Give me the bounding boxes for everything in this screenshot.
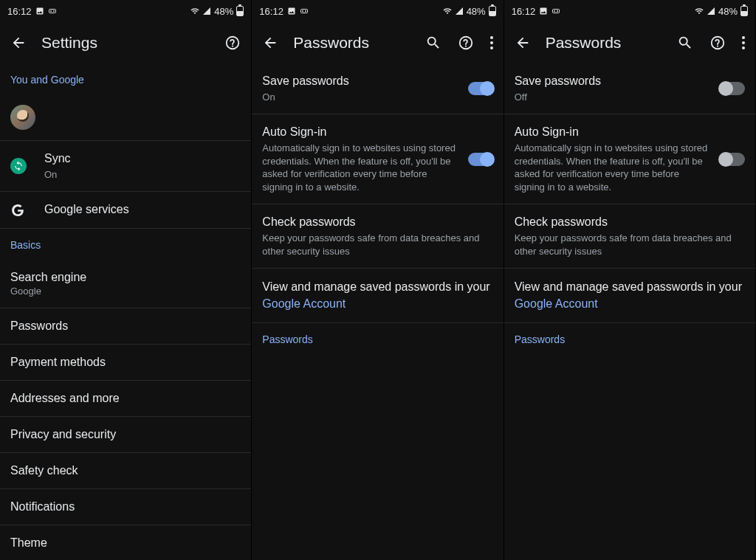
header: Settings [0,22,251,63]
save-passwords-toggle[interactable] [720,82,745,95]
image-icon [287,7,296,15]
check-passwords-row[interactable]: Check passwords Keep your passwords safe… [252,204,503,269]
wifi-icon [695,7,704,15]
save-passwords-row[interactable]: Save passwords Off [504,63,755,114]
auto-signin-title: Auto Sign-in [262,125,456,140]
svg-point-4 [302,10,303,12]
search-engine-title: Search engine [10,271,241,284]
settings-content: You and Google Sync On Google services B… [0,63,251,560]
save-passwords-value: Off [515,91,708,104]
help-icon[interactable] [709,35,726,51]
check-passwords-row[interactable]: Check passwords Keep your passwords safe… [504,204,755,269]
svg-point-7 [554,10,555,12]
auto-signin-desc: Automatically sign in to websites using … [515,142,708,193]
signal-icon [707,7,715,15]
help-icon[interactable] [458,35,474,51]
settings-panel: 16:12 48% Settings You and Google [0,0,252,560]
back-icon[interactable] [515,35,531,51]
manage-passwords-block[interactable]: View and manage saved passwords in your … [504,269,755,323]
header: Passwords [504,22,755,63]
page-title: Passwords [546,34,662,52]
svg-point-2 [53,10,55,12]
account-row[interactable] [0,94,251,141]
save-passwords-title: Save passwords [262,74,456,89]
status-time: 16:12 [7,6,32,17]
svg-rect-3 [300,10,307,13]
svg-point-1 [50,10,52,12]
sync-title: Sync [44,151,241,167]
signal-icon [455,7,464,15]
battery-percent: 48% [214,6,233,17]
save-passwords-value: On [262,91,456,104]
more-icon[interactable] [490,36,493,49]
google-account-link[interactable]: Google Account [515,297,598,310]
save-passwords-toggle[interactable] [468,82,493,95]
image-icon [35,7,44,15]
passwords-section-label: Passwords [252,323,503,356]
search-engine-row[interactable]: Search engine Google [0,260,251,308]
svg-rect-6 [553,10,560,13]
battery-percent: 48% [467,6,486,17]
passwords-panel-on: 16:12 48% Passwords Save passwords On [252,0,504,560]
auto-signin-title: Auto Sign-in [515,125,708,140]
signal-icon [202,7,211,15]
google-account-link[interactable]: Google Account [262,297,346,310]
search-icon[interactable] [677,35,693,51]
status-bar: 16:12 48% [0,0,251,22]
auto-signin-row[interactable]: Auto Sign-in Automatically sign in to we… [252,114,503,204]
manage-passwords-block[interactable]: View and manage saved passwords in your … [252,269,503,323]
section-basics: Basics [0,229,251,260]
passwords-panel-off: 16:12 48% Passwords Save passwords Off [504,0,756,560]
status-time: 16:12 [512,6,536,17]
image-icon [539,7,548,15]
auto-signin-row[interactable]: Auto Sign-in Automatically sign in to we… [504,114,755,204]
status-bar: 16:12 48% [252,0,503,22]
passwords-section-label: Passwords [504,323,755,356]
check-passwords-desc: Keep your passwords safe from data breac… [262,232,492,257]
wifi-icon [443,7,452,15]
auto-signin-toggle[interactable] [720,153,745,166]
voicemail-icon [300,7,309,15]
payment-row[interactable]: Payment methods [0,345,251,381]
page-title: Settings [41,34,210,52]
auto-signin-toggle[interactable] [468,153,493,166]
manage-text: View and manage saved passwords in your [515,280,742,293]
manage-text: View and manage saved passwords in your [262,280,489,293]
header: Passwords [252,22,503,63]
status-time: 16:12 [259,6,284,17]
help-icon[interactable] [224,35,241,51]
sync-icon [10,158,27,174]
passwords-row[interactable]: Passwords [0,308,251,345]
privacy-row[interactable]: Privacy and security [0,417,251,453]
passwords-content: Save passwords Off Auto Sign-in Automati… [504,63,755,560]
search-icon[interactable] [425,35,441,51]
theme-row[interactable]: Theme [0,525,251,560]
voicemail-icon [551,7,560,15]
svg-point-5 [305,10,306,12]
avatar [10,105,35,130]
back-icon[interactable] [10,35,27,51]
svg-rect-0 [49,10,55,13]
back-icon[interactable] [262,35,278,51]
google-icon [10,203,32,218]
search-engine-value: Google [10,286,241,297]
addresses-row[interactable]: Addresses and more [0,381,251,417]
google-services-row[interactable]: Google services [0,192,251,229]
page-title: Passwords [293,34,410,52]
notifications-row[interactable]: Notifications [0,489,251,525]
battery-percent: 48% [718,6,738,17]
check-passwords-desc: Keep your passwords safe from data breac… [515,232,745,257]
save-passwords-row[interactable]: Save passwords On [252,63,503,114]
voicemail-icon [48,7,57,15]
battery-icon [236,6,244,16]
more-icon[interactable] [742,36,745,49]
battery-icon [489,6,496,16]
svg-point-8 [557,10,558,12]
wifi-icon [190,7,199,15]
sync-value: On [44,168,241,182]
battery-icon [740,6,748,16]
passwords-content: Save passwords On Auto Sign-in Automatic… [252,63,503,560]
safety-row[interactable]: Safety check [0,453,251,489]
status-bar: 16:12 48% [504,0,755,22]
sync-row[interactable]: Sync On [0,141,251,192]
